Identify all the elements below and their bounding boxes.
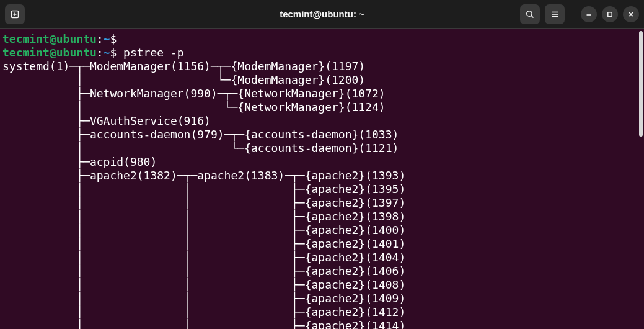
output-line: │ │ ├─{apache2}(1397) <box>2 196 405 209</box>
output-line: │ │ ├─{apache2}(1412) <box>2 305 405 318</box>
output-line: │ └─{NetworkManager}(1124) <box>2 101 386 114</box>
prompt-host: ubuntu <box>56 46 97 59</box>
minimize-icon <box>585 11 593 18</box>
output-line: ├─acpid(980) <box>2 155 157 168</box>
scrollbar-thumb[interactable] <box>639 31 643 137</box>
terminal-content: tecmint@ubuntu:~$ tecmint@ubuntu:~$ pstr… <box>2 32 642 329</box>
maximize-button[interactable] <box>602 6 618 22</box>
titlebar-left <box>5 4 25 24</box>
output-line: │ │ ├─{apache2}(1409) <box>2 292 405 305</box>
prompt-path: ~ <box>104 46 110 59</box>
search-icon <box>525 9 535 19</box>
output-line: │ │ ├─{apache2}(1400) <box>2 223 405 237</box>
command-2: pstree -p <box>123 46 184 59</box>
output-line: systemd(1)─┬─ModemManager(1156)─┬─{Modem… <box>2 60 365 73</box>
prompt-host: ubuntu <box>56 32 97 45</box>
prompt-dollar: $ <box>110 46 117 59</box>
titlebar-right <box>520 4 639 24</box>
output-line: │ │ ├─{apache2}(1414) <box>2 319 405 329</box>
new-tab-icon <box>10 9 20 19</box>
output-line: ├─apache2(1382)─┬─apache2(1383)─┬─{apach… <box>2 169 405 182</box>
output-line: │ │ ├─{apache2}(1398) <box>2 210 405 223</box>
prompt-user: tecmint <box>2 32 50 45</box>
svg-line-4 <box>531 16 533 17</box>
minimize-button[interactable] <box>581 6 597 22</box>
output-line: ├─NetworkManager(990)─┬─{NetworkManager}… <box>2 87 386 100</box>
prompt-path: ~ <box>104 32 110 45</box>
maximize-icon <box>606 11 614 18</box>
svg-point-3 <box>527 11 532 16</box>
prompt-colon: : <box>97 46 104 59</box>
output-line: │ │ ├─{apache2}(1406) <box>2 264 405 277</box>
output-line: │ │ ├─{apache2}(1408) <box>2 278 405 291</box>
output-line: │ └─{accounts-daemon}(1121) <box>2 142 399 155</box>
search-button[interactable] <box>520 4 540 24</box>
prompt-dollar: $ <box>110 32 117 45</box>
scrollbar[interactable] <box>638 29 644 329</box>
close-icon <box>627 11 635 18</box>
prompt-user: tecmint <box>2 46 50 59</box>
terminal-viewport[interactable]: tecmint@ubuntu:~$ tecmint@ubuntu:~$ pstr… <box>0 29 644 329</box>
output-line: │ │ ├─{apache2}(1404) <box>2 251 405 264</box>
output-line: │ │ ├─{apache2}(1401) <box>2 237 405 250</box>
output-line: │ │ ├─{apache2}(1395) <box>2 183 405 196</box>
output-line: │ └─{ModemManager}(1200) <box>2 73 365 86</box>
output-line: ├─accounts-daemon(979)─┬─{accounts-daemo… <box>2 128 399 141</box>
hamburger-icon <box>550 9 560 19</box>
svg-rect-9 <box>608 12 612 16</box>
prompt-at: @ <box>50 32 56 45</box>
close-button[interactable] <box>623 6 639 22</box>
new-tab-button[interactable] <box>5 4 25 24</box>
output-line: ├─VGAuthService(916) <box>2 114 211 127</box>
titlebar: tecmint@ubuntu: ~ <box>0 0 644 29</box>
prompt-line-1: tecmint@ubuntu:~$ <box>2 32 123 45</box>
prompt-line-2: tecmint@ubuntu:~$ pstree -p <box>2 46 184 59</box>
menu-button[interactable] <box>545 4 565 24</box>
prompt-colon: : <box>97 32 104 45</box>
prompt-at: @ <box>50 46 56 59</box>
